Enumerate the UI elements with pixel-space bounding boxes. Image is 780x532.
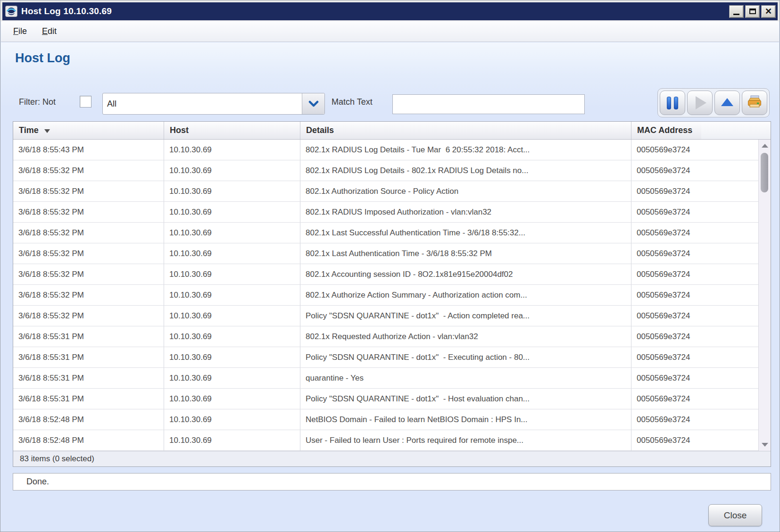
cell-mac[interactable]: 0050569e3724	[631, 306, 758, 326]
table-row[interactable]: 3/6/18 8:55:32 PM 10.10.30.69 802.1x Las…	[13, 243, 758, 264]
column-header-host[interactable]: Host	[164, 122, 300, 139]
pause-button[interactable]	[660, 91, 685, 115]
cell-host[interactable]: 10.10.30.69	[164, 430, 300, 450]
filter-not-checkbox[interactable]	[80, 96, 91, 108]
cell-mac[interactable]: 0050569e3724	[631, 347, 758, 367]
cell-host[interactable]: 10.10.30.69	[164, 326, 300, 347]
minimize-button[interactable]	[729, 5, 744, 18]
cell-mac[interactable]: 0050569e3724	[631, 181, 758, 201]
scroll-to-top-button[interactable]	[714, 91, 740, 115]
table-row[interactable]: 3/6/18 8:55:31 PM 10.10.30.69 802.1x Req…	[13, 326, 758, 347]
table-row[interactable]: 3/6/18 8:55:32 PM 10.10.30.69 802.1x Aut…	[13, 285, 758, 306]
table-row[interactable]: 3/6/18 8:55:32 PM 10.10.30.69 802.1x Acc…	[13, 264, 758, 285]
table-row[interactable]: 3/6/18 8:55:32 PM 10.10.30.69 802.1x RAD…	[13, 202, 758, 223]
cell-time[interactable]: 3/6/18 8:52:48 PM	[13, 430, 164, 450]
cell-host[interactable]: 10.10.30.69	[164, 181, 300, 201]
chevron-down-icon[interactable]	[302, 93, 324, 114]
cell-details[interactable]: Policy "SDSN QUARANTINE - dot1x" - Host …	[300, 389, 631, 409]
cell-mac[interactable]: 0050569e3724	[631, 430, 758, 450]
vertical-scrollbar[interactable]	[758, 140, 771, 451]
cell-details[interactable]: Policy "SDSN QUARANTINE - dot1x" - Execu…	[300, 347, 631, 367]
cell-host[interactable]: 10.10.30.69	[164, 202, 300, 222]
cell-time[interactable]: 3/6/18 8:55:32 PM	[13, 264, 164, 284]
table-row[interactable]: 3/6/18 8:55:43 PM 10.10.30.69 802.1x RAD…	[13, 140, 758, 160]
cell-details[interactable]: 802.1x Requested Authorize Action - vlan…	[300, 326, 631, 347]
cell-mac[interactable]: 0050569e3724	[631, 160, 758, 181]
cell-time[interactable]: 3/6/18 8:55:31 PM	[13, 326, 164, 347]
cell-host[interactable]: 10.10.30.69	[164, 160, 300, 181]
cell-mac[interactable]: 0050569e3724	[631, 243, 758, 264]
menu-file[interactable]: File	[10, 25, 30, 38]
cell-mac[interactable]: 0050569e3724	[631, 140, 758, 160]
column-header-details[interactable]: Details	[300, 122, 631, 139]
cell-details[interactable]: 802.1x RADIUS Imposed Authorization - vl…	[300, 202, 631, 222]
cell-time[interactable]: 3/6/18 8:52:48 PM	[13, 409, 164, 430]
resume-button[interactable]	[687, 91, 713, 115]
table-row[interactable]: 3/6/18 8:52:48 PM 10.10.30.69 User - Fai…	[13, 430, 758, 451]
table-row[interactable]: 3/6/18 8:55:32 PM 10.10.30.69 802.1x Aut…	[13, 181, 758, 202]
close-button[interactable]: Close	[708, 504, 762, 526]
scrollbar-up-arrow-icon[interactable]	[759, 141, 771, 151]
cell-host[interactable]: 10.10.30.69	[164, 347, 300, 367]
cell-host[interactable]: 10.10.30.69	[164, 306, 300, 326]
cell-time[interactable]: 3/6/18 8:55:32 PM	[13, 306, 164, 326]
cell-time[interactable]: 3/6/18 8:55:31 PM	[13, 347, 164, 367]
cell-details[interactable]: 802.1x RADIUS Log Details - Tue Mar 6 20…	[300, 140, 631, 160]
cell-details[interactable]: NetBIOS Domain - Failed to learn NetBIOS…	[300, 409, 631, 430]
cell-details[interactable]: 802.1x Authorize Action Summary - Author…	[300, 285, 631, 305]
maximize-button[interactable]	[745, 5, 760, 18]
cell-time[interactable]: 3/6/18 8:55:32 PM	[13, 243, 164, 264]
cell-details[interactable]: 802.1x RADIUS Log Details - 802.1x RADIU…	[300, 160, 631, 181]
cell-time[interactable]: 3/6/18 8:55:32 PM	[13, 202, 164, 222]
cell-time[interactable]: 3/6/18 8:55:43 PM	[13, 140, 164, 160]
cell-host[interactable]: 10.10.30.69	[164, 409, 300, 430]
scrollbar-thumb[interactable]	[761, 153, 768, 192]
table-row[interactable]: 3/6/18 8:55:32 PM 10.10.30.69 802.1x Las…	[13, 223, 758, 243]
cell-host[interactable]: 10.10.30.69	[164, 264, 300, 284]
table-row[interactable]: 3/6/18 8:55:31 PM 10.10.30.69 Policy "SD…	[13, 389, 758, 409]
cell-details[interactable]: 802.1x Last Authentication Time - 3/6/18…	[300, 243, 631, 264]
cell-mac[interactable]: 0050569e3724	[631, 202, 758, 222]
cell-host[interactable]: 10.10.30.69	[164, 368, 300, 388]
table-row[interactable]: 3/6/18 8:55:31 PM 10.10.30.69 quarantine…	[13, 368, 758, 389]
menu-edit[interactable]: Edit	[39, 25, 59, 38]
column-header-time[interactable]: Time	[13, 122, 164, 139]
scrollbar-down-arrow-icon[interactable]	[759, 440, 771, 450]
titlebar[interactable]: Host Log 10.10.30.69 ✕	[2, 2, 778, 20]
cell-time[interactable]: 3/6/18 8:55:32 PM	[13, 285, 164, 305]
cell-details[interactable]: quarantine - Yes	[300, 368, 631, 388]
column-header-mac[interactable]: MAC Address	[631, 122, 701, 139]
cell-host[interactable]: 10.10.30.69	[164, 223, 300, 243]
cell-mac[interactable]: 0050569e3724	[631, 389, 758, 409]
cell-details[interactable]: 802.1x Last Successful Authentication Ti…	[300, 223, 631, 243]
cell-time[interactable]: 3/6/18 8:55:31 PM	[13, 368, 164, 388]
table-row[interactable]: 3/6/18 8:52:48 PM 10.10.30.69 NetBIOS Do…	[13, 409, 758, 430]
cell-mac[interactable]: 0050569e3724	[631, 326, 758, 347]
cell-time[interactable]: 3/6/18 8:55:32 PM	[13, 160, 164, 181]
cell-host[interactable]: 10.10.30.69	[164, 285, 300, 305]
table-row[interactable]: 3/6/18 8:55:32 PM 10.10.30.69 802.1x RAD…	[13, 160, 758, 181]
match-text-input[interactable]	[392, 94, 585, 114]
cell-time[interactable]: 3/6/18 8:55:32 PM	[13, 181, 164, 201]
cell-mac[interactable]: 0050569e3724	[631, 223, 758, 243]
cell-mac[interactable]: 0050569e3724	[631, 285, 758, 305]
items-summary: 83 items (0 selected)	[13, 451, 771, 466]
cell-details[interactable]: 802.1x Authorization Source - Policy Act…	[300, 181, 631, 201]
cell-mac[interactable]: 0050569e3724	[631, 264, 758, 284]
cell-host[interactable]: 10.10.30.69	[164, 243, 300, 264]
filter-dropdown[interactable]: All	[102, 93, 325, 115]
cell-time[interactable]: 3/6/18 8:55:31 PM	[13, 389, 164, 409]
log-table-body: 3/6/18 8:55:43 PM 10.10.30.69 802.1x RAD…	[13, 140, 758, 451]
cell-details[interactable]: 802.1x Accounting session ID - 8O2.1x81e…	[300, 264, 631, 284]
cell-host[interactable]: 10.10.30.69	[164, 140, 300, 160]
table-row[interactable]: 3/6/18 8:55:31 PM 10.10.30.69 Policy "SD…	[13, 347, 758, 368]
print-button[interactable]	[742, 91, 767, 115]
cell-details[interactable]: User - Failed to learn User : Ports requ…	[300, 430, 631, 450]
close-window-button[interactable]: ✕	[761, 5, 776, 18]
cell-host[interactable]: 10.10.30.69	[164, 389, 300, 409]
cell-mac[interactable]: 0050569e3724	[631, 409, 758, 430]
cell-details[interactable]: Policy "SDSN QUARANTINE - dot1x" - Actio…	[300, 306, 631, 326]
cell-time[interactable]: 3/6/18 8:55:32 PM	[13, 223, 164, 243]
cell-mac[interactable]: 0050569e3724	[631, 368, 758, 388]
table-row[interactable]: 3/6/18 8:55:32 PM 10.10.30.69 Policy "SD…	[13, 306, 758, 326]
